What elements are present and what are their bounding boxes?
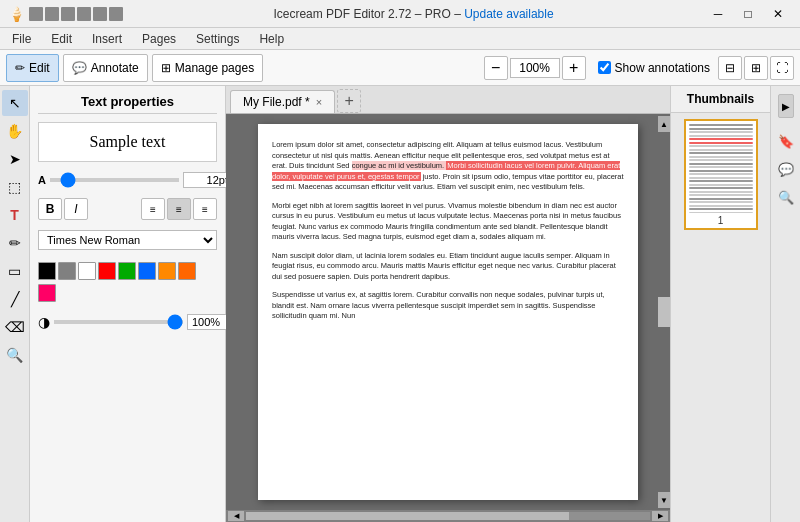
tool-zoom[interactable]: 🔍 — [2, 342, 28, 368]
pdf-paragraph-4: Suspendisse ut varius ex, at sagittis lo… — [272, 290, 624, 322]
annotate-icon: 💬 — [72, 61, 87, 75]
tool-shape[interactable]: ▭ — [2, 258, 28, 284]
right-tool-bookmark[interactable]: 🔖 — [773, 128, 799, 154]
scrollbar[interactable]: ▲ ▼ — [658, 114, 670, 510]
format-row: B I ≡ ≡ ≡ — [38, 198, 217, 220]
color-swatches — [38, 262, 217, 280]
titlebar-icons: 🍦 — [8, 6, 123, 22]
add-tab-button[interactable]: + — [337, 89, 361, 113]
color-blue[interactable] — [138, 262, 156, 280]
align-right-button[interactable]: ≡ — [193, 198, 217, 220]
zoom-control: − 100% + — [484, 56, 586, 80]
menu-help[interactable]: Help — [251, 30, 292, 48]
color-green[interactable] — [118, 262, 136, 280]
view-grid-icon[interactable]: ⊞ — [744, 56, 768, 80]
scroll-thumb[interactable] — [658, 297, 670, 327]
menu-file[interactable]: File — [4, 30, 39, 48]
color-red[interactable] — [98, 262, 116, 280]
horizontal-scrollbar[interactable]: ◀ ▶ — [226, 510, 670, 522]
align-left-button[interactable]: ≡ — [141, 198, 165, 220]
scroll-left-button[interactable]: ◀ — [228, 511, 244, 521]
pdf-paragraph-2: Morbi eget nibh at lorem sagittis laoree… — [272, 201, 624, 243]
opacity-row: ◑ 100% — [38, 314, 217, 330]
color-orange2[interactable] — [178, 262, 196, 280]
thumbnail-area: 1 — [671, 113, 770, 522]
menu-settings[interactable]: Settings — [188, 30, 247, 48]
scroll-up-button[interactable]: ▲ — [658, 116, 670, 132]
right-expand-button[interactable]: ▶ — [778, 94, 794, 118]
right-tool-comment[interactable]: 💬 — [773, 156, 799, 182]
color-gray[interactable] — [58, 262, 76, 280]
opacity-icon: ◑ — [38, 314, 50, 330]
update-link[interactable]: Update available — [464, 7, 553, 21]
menu-pages[interactable]: Pages — [134, 30, 184, 48]
tool-pencil[interactable]: ✏ — [2, 230, 28, 256]
show-annotations-checkbox[interactable] — [598, 61, 611, 74]
annotate-button[interactable]: 💬 Annotate — [63, 54, 148, 82]
close-button[interactable]: ✕ — [764, 4, 792, 24]
scroll-right-button[interactable]: ▶ — [652, 511, 668, 521]
color-white[interactable] — [78, 262, 96, 280]
right-tools: ▶ 🔖 💬 🔍 — [770, 86, 800, 522]
manage-pages-icon: ⊞ — [161, 61, 171, 75]
edit-button[interactable]: ✏ Edit — [6, 54, 59, 82]
left-sidebar: ↖ ✋ ➤ ⬚ T ✏ ▭ ╱ ⌫ 🔍 — [0, 86, 30, 522]
tool-arrow[interactable]: ➤ — [2, 146, 28, 172]
minimize-button[interactable]: ─ — [704, 4, 732, 24]
window-controls[interactable]: ─ □ ✕ — [704, 4, 792, 24]
zoom-in-button[interactable]: + — [562, 56, 586, 80]
window-title: Icecream PDF Editor 2.72 – PRO – Update … — [123, 7, 704, 21]
align-center-button[interactable]: ≡ — [167, 198, 191, 220]
bold-button[interactable]: B — [38, 198, 62, 220]
pdf-paragraph-3: Nam suscipit dolor diam, ut lacinia lore… — [272, 251, 624, 283]
document-area: My File.pdf * × + ▲ ▼ Lorem ipsum dolor … — [226, 86, 670, 522]
manage-pages-button[interactable]: ⊞ Manage pages — [152, 54, 263, 82]
view-single-icon[interactable]: ⊟ — [718, 56, 742, 80]
view-fullscreen-icon[interactable]: ⛶ — [770, 56, 794, 80]
color-pink[interactable] — [38, 284, 56, 302]
edit-icon: ✏ — [15, 61, 25, 75]
annotate-label: Annotate — [91, 61, 139, 75]
tab-close-button[interactable]: × — [316, 96, 322, 108]
align-buttons: ≡ ≡ ≡ — [141, 198, 217, 220]
pdf-paragraph-1: Lorem ipsum dolor sit amet, consectetur … — [272, 140, 624, 193]
text-properties-panel: Text properties Sample text A 12pt B I ≡… — [30, 86, 226, 522]
thumbnails-title: Thumbnails — [671, 86, 770, 113]
tool-eraser[interactable]: ⌫ — [2, 314, 28, 340]
thumbnails-panel: Thumbnails — [670, 86, 770, 522]
font-size-slider[interactable] — [50, 178, 179, 182]
tool-hand[interactable]: ✋ — [2, 118, 28, 144]
font-name-row: Times New Roman Arial Helvetica Courier … — [38, 230, 217, 250]
tab-bar: My File.pdf * × + — [226, 86, 670, 114]
edit-label: Edit — [29, 61, 50, 75]
document-scroll[interactable]: ▲ ▼ Lorem ipsum dolor sit amet, consecte… — [226, 114, 670, 510]
thumbnail-page-1[interactable]: 1 — [684, 119, 758, 230]
thumbnail-page-number: 1 — [686, 213, 756, 228]
app-logo: 🍦 — [8, 6, 25, 22]
tool-text[interactable]: T — [2, 202, 28, 228]
tool-select[interactable]: ⬚ — [2, 174, 28, 200]
tool-line[interactable]: ╱ — [2, 286, 28, 312]
italic-button[interactable]: I — [64, 198, 88, 220]
document-tab[interactable]: My File.pdf * × — [230, 90, 335, 113]
doc-area-wrapper: My File.pdf * × + ▲ ▼ Lorem ipsum dolor … — [226, 86, 800, 522]
font-family-select[interactable]: Times New Roman Arial Helvetica Courier … — [38, 230, 217, 250]
thumbnail-preview — [686, 121, 756, 213]
menu-insert[interactable]: Insert — [84, 30, 130, 48]
scroll-down-button[interactable]: ▼ — [658, 492, 670, 508]
color-orange[interactable] — [158, 262, 176, 280]
thumb-content — [689, 124, 753, 213]
tool-cursor[interactable]: ↖ — [2, 90, 28, 116]
color-section — [38, 262, 217, 302]
scroll-h-track — [246, 512, 650, 520]
color-black[interactable] — [38, 262, 56, 280]
right-tool-search[interactable]: 🔍 — [773, 184, 799, 210]
zoom-value: 100% — [510, 58, 560, 78]
font-size-icon: A — [38, 174, 46, 186]
opacity-input[interactable]: 100% — [187, 314, 227, 330]
opacity-slider[interactable] — [54, 320, 183, 324]
zoom-out-button[interactable]: − — [484, 56, 508, 80]
scroll-h-thumb[interactable] — [246, 512, 569, 520]
maximize-button[interactable]: □ — [734, 4, 762, 24]
menu-edit[interactable]: Edit — [43, 30, 80, 48]
